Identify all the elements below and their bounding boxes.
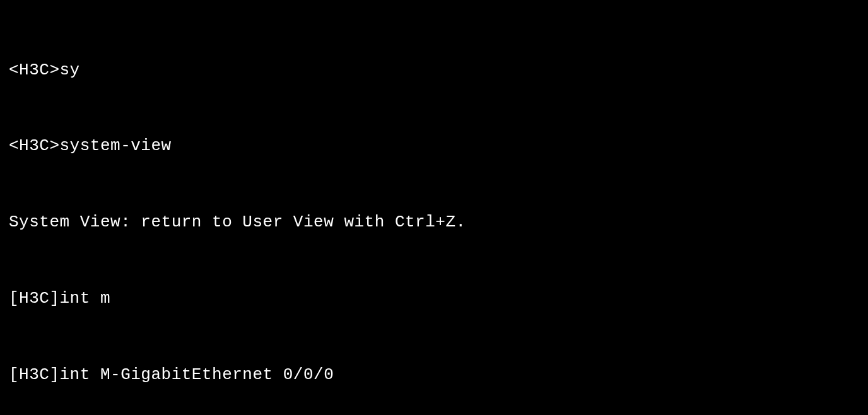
terminal-line: [H3C]int m <box>9 286 859 311</box>
terminal-line: <H3C>sy <box>9 57 859 83</box>
terminal-line: <H3C>system-view <box>9 133 859 158</box>
terminal-output[interactable]: <H3C>sy <H3C>system-view System View: re… <box>9 6 859 415</box>
terminal-line: System View: return to User View with Ct… <box>9 209 859 235</box>
terminal-line: [H3C]int M-GigabitEthernet 0/0/0 <box>9 362 859 387</box>
